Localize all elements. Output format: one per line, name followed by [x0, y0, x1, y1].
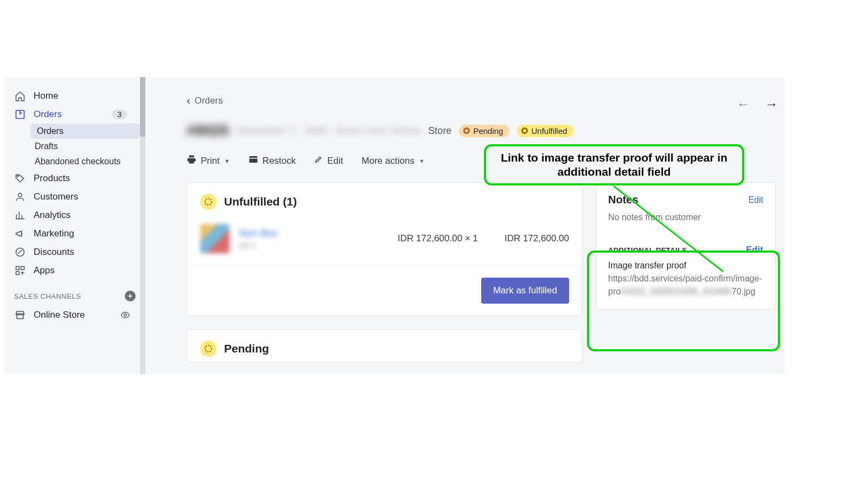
- prev-order-button[interactable]: ←: [737, 97, 750, 112]
- main-content: ‹ Orders ← → #9025 September 1 · 1840 · …: [156, 77, 784, 363]
- unfulfilled-card: Unfulfilled (1) Item Box KE-1 IDR 172,60…: [187, 182, 583, 316]
- nav-marketing-label: Marketing: [34, 228, 74, 239]
- product-variant: KE-1: [239, 241, 278, 250]
- nav-apps[interactable]: Apps: [4, 261, 145, 280]
- nav-sub-drafts[interactable]: Drafts: [4, 139, 145, 154]
- nav-home[interactable]: Home: [4, 87, 145, 105]
- notes-title: Notes: [608, 194, 639, 206]
- nav-orders[interactable]: Orders 3: [4, 105, 145, 124]
- restock-button[interactable]: Restock: [248, 155, 296, 167]
- svg-point-2: [18, 193, 22, 197]
- restock-icon: [248, 155, 258, 167]
- megaphone-icon: [14, 228, 26, 240]
- nav-marketing[interactable]: Marketing: [4, 224, 145, 243]
- nav-customers-label: Customers: [34, 191, 78, 202]
- mark-fulfilled-button[interactable]: Mark as fulfilled: [481, 278, 569, 304]
- breadcrumb-back[interactable]: ‹ Orders: [187, 94, 784, 107]
- pending-title: Pending: [224, 342, 269, 355]
- store-icon: [14, 309, 26, 321]
- add-channel-button[interactable]: [125, 291, 136, 301]
- payment-status-badge: Pending: [459, 125, 509, 137]
- user-icon: [14, 191, 26, 203]
- detail-url-blur: f/1022_1500015205_015400: [621, 287, 732, 296]
- print-button[interactable]: Print▼: [187, 155, 230, 167]
- nav-apps-label: Apps: [34, 265, 55, 276]
- next-order-button[interactable]: →: [765, 97, 778, 112]
- unit-price: IDR 172,600.00 × 1: [398, 233, 478, 244]
- order-toolbar: Print▼ Restock Edit More actions▼: [187, 155, 784, 167]
- orders-count-badge: 3: [112, 110, 127, 119]
- order-meta: September 1 · 1840 · Direct from Online: [237, 125, 420, 136]
- apps-icon: [14, 265, 26, 277]
- svg-point-8: [205, 198, 212, 205]
- sidebar: Home Orders 3 Orders Drafts Abandoned ch…: [4, 77, 145, 374]
- nav-discounts-label: Discounts: [34, 247, 74, 258]
- product-name[interactable]: Item Box: [239, 228, 278, 239]
- tag-icon: [14, 172, 26, 184]
- analytics-icon: [14, 209, 26, 221]
- svg-rect-6: [16, 272, 20, 275]
- discount-icon: [14, 246, 26, 258]
- detail-field-name: Image transfer proof: [608, 259, 763, 272]
- pending-icon: [200, 341, 216, 357]
- nav-online-store-label: Online Store: [34, 310, 85, 320]
- nav-analytics-label: Analytics: [34, 210, 71, 221]
- notes-card: Notes Edit No notes from customer ADDITI…: [596, 182, 776, 310]
- sidebar-scrollbar[interactable]: [140, 77, 145, 374]
- nav-discounts[interactable]: Discounts: [4, 243, 145, 261]
- sales-channels-header: SALES CHANNELS: [4, 280, 145, 306]
- nav-orders-label: Orders: [34, 109, 62, 120]
- nav-analytics[interactable]: Analytics: [4, 206, 145, 224]
- notes-edit-link[interactable]: Edit: [748, 195, 763, 205]
- nav-products[interactable]: Products: [4, 169, 145, 188]
- eye-icon[interactable]: [120, 310, 130, 320]
- svg-rect-4: [16, 267, 20, 270]
- additional-details-body: Image transfer proof https://bdd.service…: [596, 258, 775, 309]
- pencil-icon: [314, 155, 323, 166]
- svg-point-7: [124, 314, 127, 317]
- nav-customers[interactable]: Customers: [4, 188, 145, 206]
- order-nav-arrows: ← →: [737, 97, 778, 112]
- pending-card: Pending: [187, 329, 583, 363]
- nav-home-label: Home: [34, 91, 58, 101]
- nav-sub-abandoned[interactable]: Abandoned checkouts: [4, 154, 145, 169]
- svg-point-1: [17, 176, 18, 177]
- svg-point-9: [205, 345, 212, 352]
- order-number: #9025: [187, 122, 229, 139]
- line-total: IDR 172,600.00: [488, 233, 569, 244]
- fulfillment-status-badge: Unfulfilled: [517, 125, 573, 137]
- orders-icon: [14, 108, 26, 120]
- product-thumbnail[interactable]: [200, 224, 229, 253]
- order-source: Store: [428, 125, 451, 137]
- nav-sub-orders[interactable]: Orders: [30, 124, 140, 139]
- details-edit-link[interactable]: Edit: [746, 245, 763, 255]
- chevron-left-icon: ‹: [187, 94, 190, 107]
- additional-details-label: ADDITIONAL DETAILS: [608, 246, 687, 254]
- home-icon: [14, 90, 26, 102]
- more-actions-button[interactable]: More actions▼: [362, 156, 425, 166]
- nav-products-label: Products: [34, 173, 70, 184]
- nav-online-store[interactable]: Online Store: [4, 306, 145, 324]
- print-icon: [187, 155, 196, 167]
- order-header: #9025 September 1 · 1840 · Direct from O…: [187, 122, 784, 139]
- svg-rect-5: [21, 267, 24, 270]
- detail-url-part2: 70.jpg: [732, 287, 756, 296]
- unfulfilled-title: Unfulfilled (1): [224, 195, 297, 208]
- sales-channels-label: SALES CHANNELS: [14, 292, 81, 300]
- app-frame: Home Orders 3 Orders Drafts Abandoned ch…: [4, 77, 784, 374]
- line-item: Item Box KE-1 IDR 172,600.00 × 1 IDR 172…: [187, 215, 582, 265]
- breadcrumb-label: Orders: [195, 95, 223, 106]
- unfulfilled-icon: [200, 194, 216, 210]
- edit-button[interactable]: Edit: [314, 155, 343, 166]
- notes-body: No notes from customer: [596, 209, 775, 233]
